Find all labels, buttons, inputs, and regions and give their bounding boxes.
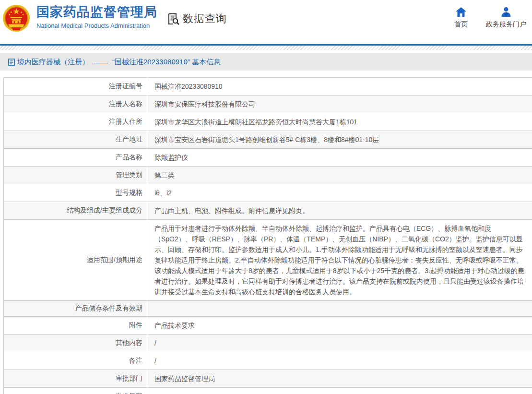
row-label: 备注 [4,352,148,370]
row-label: 附件 [4,317,148,334]
row-label: 注册人住所 [4,113,148,131]
table-row: 批准日期2023-07-06 [4,388,532,394]
row-value: 第三类 [148,167,532,184]
row-value: 产品技术要求 [148,317,532,334]
row-value: 国械注准20233080910 [148,78,532,96]
table-row: 注册人住所深圳市龙华区大浪街道上横朗社区福龙路旁恒大时尚慧谷大厦1栋101 [4,113,532,131]
registration-info-table: 注册证编号国械注准20233080910注册人名称深圳市安保医疗科技股份有限公司… [3,77,532,394]
site-header: 国家药品监督管理局 National Medical Products Admi… [0,0,532,44]
table-row: 适用范围/预期用途产品用于对患者进行手动体外除颤、半自动体外除颤、起搏治疗和监护… [4,220,532,301]
row-label: 结构及组成/主要组成成分 [4,202,148,220]
row-label: 审批部门 [4,370,148,388]
home-icon [455,7,467,17]
data-query-label: 数据查询 [183,12,227,26]
row-label: 型号规格 [4,184,148,202]
table-row: 产品储存条件及有效期 [4,301,532,317]
breadcrumb-separator: —— [94,58,107,66]
table-row: 结构及组成/主要组成成分产品由主机、电池、附件组成。附件信息详见附页。 [4,202,532,220]
row-value: 国家药品监督管理局 [148,370,532,388]
nav-home[interactable]: 首页 [454,7,468,29]
table-row: 备注/ [4,352,532,370]
table-row: 审批部门国家药品监督管理局 [4,370,532,388]
row-value: / [148,334,532,352]
row-value [148,301,532,317]
hatched-stripe-band [0,46,532,50]
site-title-block: 国家药品监督管理局 National Medical Products Admi… [36,5,157,29]
row-label: 产品名称 [4,149,148,167]
row-value: i6、i2 [148,184,532,202]
table-row: 产品名称除颤监护仪 [4,149,532,167]
row-label: 注册人名称 [4,96,148,113]
national-emblem-logo [2,4,30,32]
nav-portal-label: 政务服务门户 [486,20,526,29]
row-value: 产品由主机、电池、附件组成。附件信息详见附页。 [148,202,532,220]
breadcrumb-detail: “国械注准20233080910” 基本信息 [112,58,221,67]
user-icon [500,7,512,17]
row-label: 适用范围/预期用途 [4,220,148,301]
nav-home-label: 首页 [454,20,468,29]
row-value: 深圳市宝安区石岩街道塘头1号路创维创新谷5# C栋3楼、8楼和8#楼01-10层 [148,131,532,149]
table-row: 生产地址深圳市宝安区石岩街道塘头1号路创维创新谷5# C栋3楼、8楼和8#楼01… [4,131,532,149]
row-value: 除颤监护仪 [148,149,532,167]
breadcrumb-category: 境内医疗器械（注册） [17,58,89,67]
row-label: 管理类别 [4,167,148,184]
data-query-icon [167,12,180,25]
header-nav: 首页 政务服务门户 [454,7,526,29]
row-value: 深圳市龙华区大浪街道上横朗社区福龙路旁恒大时尚慧谷大厦1栋101 [148,113,532,131]
data-query-section[interactable]: 数据查询 [167,12,227,26]
row-value: 产品用于对患者进行手动体外除颤、半自动体外除颤、起搏治疗和监护。产品具有心电（E… [148,220,532,301]
table-row: 注册人名称深圳市安保医疗科技股份有限公司 [4,96,532,113]
row-label: 产品储存条件及有效期 [4,301,148,317]
site-subtitle: National Medical Products Administration [36,22,157,29]
row-label: 注册证编号 [4,78,148,96]
breadcrumb-bar: 境内医疗器械（注册） —— “国械注准20233080910” 基本信息 [0,53,532,71]
table-row: 管理类别第三类 [4,167,532,184]
table-row: 附件产品技术要求 [4,317,532,334]
table-row: 其他内容/ [4,334,532,352]
row-label: 生产地址 [4,131,148,149]
row-value: 2023-07-06 [148,388,532,394]
row-value: 深圳市安保医疗科技股份有限公司 [148,96,532,113]
table-row: 型号规格i6、i2 [4,184,532,202]
table-row: 注册证编号国械注准20233080910 [4,78,532,96]
row-label: 其他内容 [4,334,148,352]
document-icon [8,59,15,66]
nav-portal[interactable]: 政务服务门户 [486,7,526,29]
row-value: / [148,352,532,370]
row-label: 批准日期 [4,388,148,394]
site-title: 国家药品监督管理局 [36,5,157,20]
